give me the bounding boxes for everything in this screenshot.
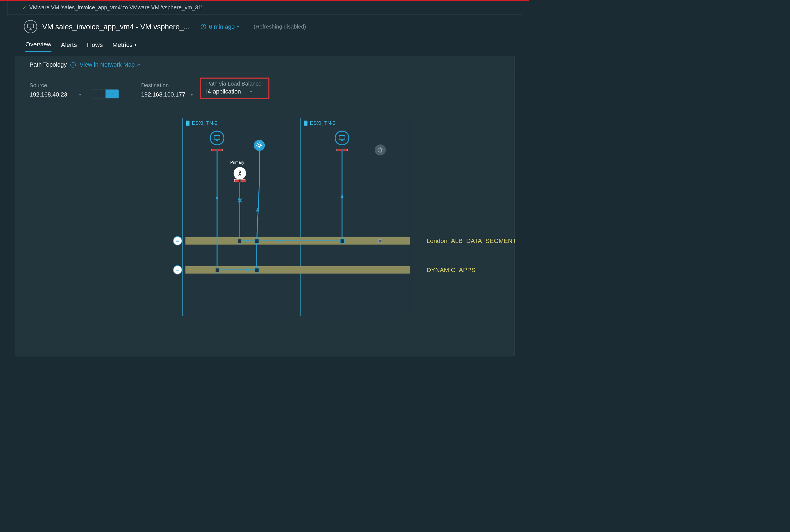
- tab-flows[interactable]: Flows: [87, 41, 102, 52]
- destination-label: Destination: [141, 82, 193, 89]
- tab-bar: Overview Alerts Flows Metrics▾: [0, 35, 529, 52]
- breadcrumb-text: VMware VM 'sales_invoice_app_vm4' to VMw…: [29, 4, 203, 11]
- panel-header: Path Topology i View in Network Map ↗: [15, 56, 514, 74]
- svg-rect-0: [28, 24, 34, 28]
- primary-label: Primary: [230, 160, 244, 165]
- nic-icon: [234, 179, 245, 182]
- vertical-separator: [130, 89, 130, 98]
- vm-node-source[interactable]: [210, 131, 224, 145]
- page-title: VM sales_invoice_app_vm4 - VM vsphere_..…: [42, 22, 190, 31]
- timestamp-dropdown[interactable]: 6 min ago ▾: [200, 23, 239, 30]
- tab-alerts[interactable]: Alerts: [61, 41, 77, 52]
- topology-diagram: ESXi_TN-2 ESXi_TN-3 London_ALB_DATA_SEGM…: [15, 112, 514, 332]
- nic-icon: [337, 149, 347, 152]
- chevron-down-icon: ▾: [191, 92, 193, 97]
- svg-point-21: [239, 171, 241, 173]
- svg-rect-3: [304, 121, 307, 126]
- host-name-2: ESXi_TN-3: [310, 120, 336, 126]
- host-box-1[interactable]: ESXi_TN-2: [183, 118, 292, 316]
- load-balancer-field-highlighted: Path via Load Balancer l4-application ▾: [200, 78, 269, 99]
- info-icon[interactable]: i: [71, 62, 76, 68]
- clock-icon: [200, 23, 207, 30]
- segment-label-1: London_ALB_DATA_SEGMENT: [427, 237, 516, 244]
- segment-band-2: [185, 266, 410, 274]
- time-ago-text: 6 min ago: [209, 23, 235, 30]
- vm-node-destination[interactable]: [335, 131, 350, 145]
- destination-dropdown[interactable]: 192.168.100.177 ▾: [141, 90, 193, 99]
- source-dropdown[interactable]: 192.168.40.23 ▾: [30, 90, 81, 99]
- chevron-down-icon: ▾: [237, 24, 239, 29]
- host-name-1: ESXi_TN-2: [192, 120, 218, 126]
- load-balancer-node-inactive[interactable]: [375, 145, 386, 155]
- segment-label-2: DYNAMIC_APPS: [427, 266, 475, 273]
- panel-title: Path Topology: [30, 61, 67, 68]
- load-balancer-node-active[interactable]: [254, 140, 265, 151]
- view-network-map-link[interactable]: View in Network Map ↗: [79, 61, 140, 68]
- svg-rect-2: [186, 121, 190, 126]
- svg-point-19: [258, 144, 261, 147]
- host-box-2[interactable]: ESXi_TN-3: [300, 118, 410, 316]
- tab-metrics[interactable]: Metrics▾: [112, 41, 136, 52]
- host-icon: [186, 120, 190, 126]
- chevron-down-icon: ▾: [79, 92, 81, 97]
- chevron-down-icon: ▾: [250, 89, 252, 94]
- direction-right-button[interactable]: →: [106, 89, 119, 98]
- tab-overview[interactable]: Overview: [25, 41, 51, 52]
- load-balancer-dropdown[interactable]: l4-application ▾: [206, 87, 263, 97]
- svg-rect-17: [214, 135, 220, 139]
- segment-icon[interactable]: [173, 236, 182, 246]
- destination-field: Destination 192.168.100.177 ▾: [141, 82, 193, 99]
- nic-icon: [211, 149, 223, 152]
- segment-icon[interactable]: [173, 265, 182, 274]
- external-link-icon: ↗: [136, 62, 140, 68]
- breadcrumb: ✔ VMware VM 'sales_invoice_app_vm4' to V…: [7, 1, 522, 15]
- vm-icon: [24, 20, 37, 33]
- source-label: Source: [30, 82, 81, 89]
- load-balancer-label: Path via Load Balancer: [206, 80, 263, 87]
- content-panel: Path Topology i View in Network Map ↗ So…: [15, 56, 514, 357]
- svg-point-20: [379, 149, 381, 151]
- svg-rect-18: [339, 135, 345, 139]
- page-header: VM sales_invoice_app_vm4 - VM vsphere_..…: [0, 15, 529, 35]
- service-engine-primary-node[interactable]: [234, 167, 246, 179]
- checkmark-icon: ✔: [22, 5, 26, 11]
- controls-row: Source 192.168.40.23 ▾ ← → Destination 1…: [15, 74, 514, 105]
- direction-toggle: ← →: [92, 89, 119, 99]
- refresh-status: (Refreshing disabled): [254, 24, 306, 30]
- host-icon: [304, 120, 308, 126]
- segment-band-1: [185, 237, 410, 245]
- source-field: Source 192.168.40.23 ▾: [30, 82, 81, 99]
- direction-left-button[interactable]: ←: [92, 89, 105, 98]
